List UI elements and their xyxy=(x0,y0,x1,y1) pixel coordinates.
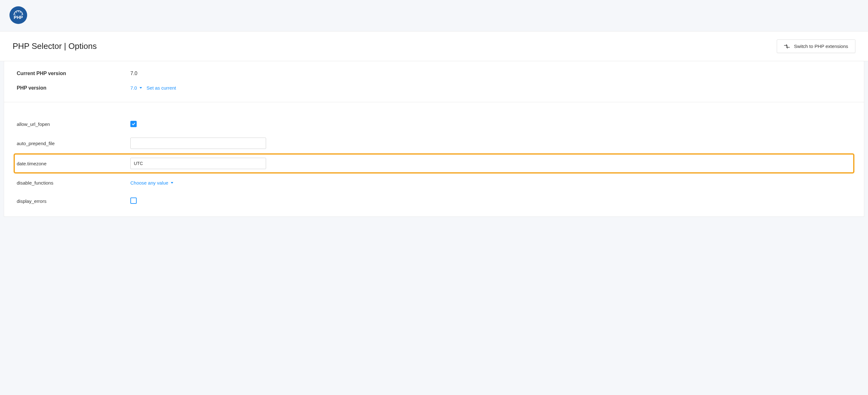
check-icon xyxy=(131,122,136,126)
current-version-label: Current PHP version xyxy=(17,71,130,76)
set-as-current-button[interactable]: Set as current xyxy=(147,85,176,91)
version-selector-row: PHP version 7.0 Set as current xyxy=(17,85,851,91)
option-label: allow_url_fopen xyxy=(17,122,130,127)
chevron-down-icon xyxy=(171,182,173,184)
current-version-row: Current PHP version 7.0 xyxy=(17,71,851,76)
header-section: PHP Selector | Options Switch to PHP ext… xyxy=(0,32,868,61)
php-logo-icon: PHP xyxy=(9,6,27,24)
allow-url-fopen-checkbox[interactable] xyxy=(130,121,137,127)
version-block: Current PHP version 7.0 PHP version 7.0 … xyxy=(4,61,864,102)
svg-text:PHP: PHP xyxy=(14,15,23,20)
disable-functions-placeholder: Choose any value xyxy=(130,180,168,186)
date-timezone-input[interactable] xyxy=(130,158,266,169)
options-block: allow_url_fopen auto_prepend_file date.t… xyxy=(4,102,864,217)
option-label: date.timezone xyxy=(17,161,130,166)
current-version-value: 7.0 xyxy=(130,71,137,76)
option-row-date-timezone: date.timezone xyxy=(13,153,855,173)
switch-extensions-button[interactable]: Switch to PHP extensions xyxy=(777,39,856,53)
option-label: auto_prepend_file xyxy=(17,141,130,146)
version-dropdown-value: 7.0 xyxy=(130,85,137,91)
switch-extensions-label: Switch to PHP extensions xyxy=(794,43,848,49)
auto-prepend-file-input[interactable] xyxy=(130,137,266,149)
version-dropdown[interactable]: 7.0 xyxy=(130,85,142,91)
chevron-down-icon xyxy=(140,87,142,89)
option-row-display-errors: display_errors xyxy=(13,192,855,210)
disable-functions-dropdown[interactable]: Choose any value xyxy=(130,180,173,186)
option-label: disable_functions xyxy=(17,180,130,186)
page-title: PHP Selector | Options xyxy=(12,41,97,51)
content-section: Current PHP version 7.0 PHP version 7.0 … xyxy=(4,61,864,217)
swap-icon xyxy=(784,44,790,48)
top-bar: PHP xyxy=(0,0,868,32)
display-errors-checkbox[interactable] xyxy=(130,197,137,204)
version-selector-label: PHP version xyxy=(17,85,130,91)
option-row-disable-functions: disable_functions Choose any value xyxy=(13,173,855,192)
option-row-auto-prepend-file: auto_prepend_file xyxy=(13,133,855,153)
option-label: display_errors xyxy=(17,198,130,204)
option-row-allow-url-fopen: allow_url_fopen xyxy=(13,115,855,133)
